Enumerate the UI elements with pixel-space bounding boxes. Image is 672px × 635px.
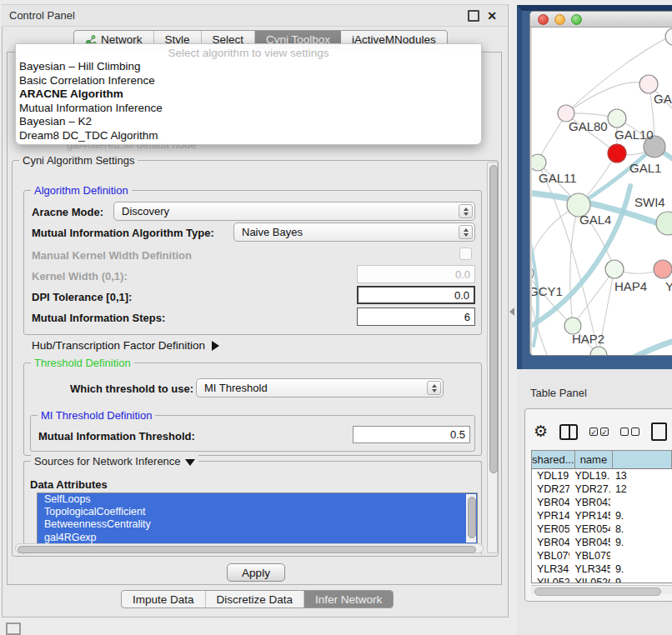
network-view-window[interactable]: GALGAL80GAL10GAL1GAL11SWI4GAL4HAP4YGCY1H… xyxy=(529,11,672,356)
kernel-width-value: 0.0 xyxy=(455,268,470,281)
deselect-all-checkboxes-icon[interactable] xyxy=(620,428,639,436)
table-cell: YLR345W xyxy=(532,562,569,576)
float-window-icon[interactable] xyxy=(468,10,479,22)
attribute-item-selected[interactable]: gal4RGexp xyxy=(38,532,477,544)
table-horizontal-scrollbar[interactable] xyxy=(531,585,672,594)
table-body: YDL19...YDL19...13YDR27...YDR27...12YBR0… xyxy=(532,469,672,583)
network-canvas[interactable]: GALGAL80GAL10GAL1GAL11SWI4GAL4HAP4YGCY1H… xyxy=(532,28,672,355)
tab-label: Infer Network xyxy=(315,593,382,606)
combo-stepper-icon xyxy=(427,381,441,395)
minimize-window-icon[interactable] xyxy=(554,14,565,25)
hub-definition-expander[interactable]: Hub/Transcription Factor Definition xyxy=(32,338,219,352)
network-node[interactable] xyxy=(665,28,672,45)
aracne-mode-value: Discovery xyxy=(122,205,169,218)
split-pane-collapse-icon[interactable] xyxy=(509,308,514,316)
table-header: shared...name xyxy=(532,451,672,469)
network-edge[interactable] xyxy=(570,205,579,326)
table-cell: YBR045C xyxy=(532,536,569,549)
dpi-tolerance-field[interactable]: 0.0 xyxy=(357,286,475,304)
attribute-item-selected[interactable]: BetweennessCentrality xyxy=(38,518,477,531)
tab-infer-network[interactable]: Infer Network xyxy=(304,591,393,608)
network-edge[interactable] xyxy=(634,340,672,355)
network-node[interactable] xyxy=(654,260,672,278)
tab-discretize-data[interactable]: Discretize Data xyxy=(206,591,305,608)
close-icon[interactable]: ✕ xyxy=(487,12,497,20)
which-threshold-combo[interactable]: MI Threshold xyxy=(196,378,444,398)
network-node[interactable] xyxy=(532,154,546,171)
algorithm-dropdown: Select algorithm to view settingsBayesia… xyxy=(15,43,482,145)
tab-impute-data[interactable]: Impute Data xyxy=(122,591,206,608)
export-table-icon[interactable] xyxy=(651,422,667,441)
mi-steps-value: 6 xyxy=(464,311,470,323)
column-header[interactable] xyxy=(613,451,672,468)
table-cell: YLR345W xyxy=(569,562,609,576)
algorithm-option[interactable]: Dream8 DC_TDC Algorithm xyxy=(16,129,481,143)
mi-algorithm-type-combo[interactable]: Naive Bayes xyxy=(233,222,475,242)
algorithm-definition-title: Algorithm Definition xyxy=(31,184,132,197)
zoom-window-icon[interactable] xyxy=(571,14,582,25)
table-cell: 12 xyxy=(610,482,672,496)
column-header[interactable]: name xyxy=(575,451,614,468)
network-node[interactable] xyxy=(608,109,626,128)
table-cell: YBR043C xyxy=(569,496,609,509)
network-node[interactable] xyxy=(656,212,672,235)
table-row[interactable]: YDL19...YDL19...13 xyxy=(532,469,672,482)
table-row[interactable]: YBR045CYBR045C9. xyxy=(532,536,672,549)
network-window-titlebar[interactable] xyxy=(530,12,672,28)
algorithm-option[interactable]: Mutual Information Inference xyxy=(16,102,481,116)
sources-group-title[interactable]: Sources for Network Inference xyxy=(31,455,198,468)
aracne-mode-label: Aracne Mode: xyxy=(32,206,103,218)
column-header[interactable]: shared... xyxy=(532,451,575,468)
attribute-item-selected[interactable]: TopologicalCoefficient xyxy=(38,506,477,518)
algorithm-option[interactable]: ARACNE Algorithm xyxy=(16,88,481,102)
table-cell: YBL079W xyxy=(532,549,569,562)
table-row[interactable]: YLR345WYLR345W9. xyxy=(532,562,672,576)
tab-label: Impute Data xyxy=(133,593,194,606)
mi-steps-field[interactable]: 6 xyxy=(357,308,475,326)
table-cell: YBR045C xyxy=(569,536,609,549)
dpi-tolerance-value: 0.0 xyxy=(454,289,469,302)
table-cell: YBL079W xyxy=(569,549,609,562)
attributes-list-scrollbar[interactable] xyxy=(466,494,476,542)
settings-group-title: Cyni Algorithm Settings xyxy=(19,154,138,167)
network-edge[interactable] xyxy=(566,82,649,113)
node-label: GCY1 xyxy=(532,284,563,298)
network-node[interactable] xyxy=(605,260,624,278)
split-columns-icon[interactable] xyxy=(559,424,578,440)
table-row[interactable]: YBR043CYBR043C xyxy=(532,496,672,509)
table-row[interactable]: YPR145WYPR145W9. xyxy=(532,509,672,522)
gear-icon[interactable]: ⚙ xyxy=(534,423,548,440)
collapsed-panel-icon[interactable] xyxy=(6,622,21,635)
control-panel-title: Control Panel xyxy=(2,9,75,22)
manual-kernel-width-label: Manual Kernel Width Definition xyxy=(32,249,192,262)
table-row[interactable]: YIL052CYIL052C9 xyxy=(532,576,672,583)
aracne-mode-combo[interactable]: Discovery xyxy=(113,202,475,221)
tab-label: Discretize Data xyxy=(217,593,293,606)
network-node[interactable] xyxy=(590,347,607,355)
close-window-icon[interactable] xyxy=(538,14,549,25)
combo-stepper-icon xyxy=(459,204,473,218)
mi-threshold-field[interactable]: 0.5 xyxy=(353,426,470,443)
algorithm-option[interactable]: Bayesian – K2 xyxy=(16,115,481,129)
table-row[interactable]: YDR27...YDR27...12 xyxy=(532,482,672,496)
settings-vertical-scrollbar[interactable] xyxy=(487,162,498,553)
network-node[interactable] xyxy=(639,75,658,93)
table-cell: YIL052C xyxy=(532,576,569,583)
algorithm-option[interactable]: Basic Correlation Inference xyxy=(16,74,481,88)
node-label: GAL10 xyxy=(614,128,654,142)
apply-button[interactable]: Apply xyxy=(227,563,285,582)
kernel-width-field[interactable]: 0.0 xyxy=(357,265,475,283)
algorithm-option[interactable]: Bayesian – Hill Climbing xyxy=(16,60,481,74)
data-attributes-list[interactable]: SelfLoopsTopologicalCoefficientBetweenne… xyxy=(37,492,478,544)
attribute-item-selected[interactable]: SelfLoops xyxy=(38,493,477,506)
manual-kernel-width-checkbox[interactable] xyxy=(459,248,472,260)
table-cell: YPR145W xyxy=(532,509,569,522)
select-all-checkboxes-icon[interactable]: ✓✓ xyxy=(589,428,609,436)
table-cell: YER054C xyxy=(532,522,569,536)
table-row[interactable]: YER054CYER054C8. xyxy=(532,522,672,536)
table-row[interactable]: YBL079WYBL079W xyxy=(532,549,672,562)
network-node[interactable] xyxy=(608,144,626,162)
settings-horizontal-scrollbar[interactable] xyxy=(15,543,484,553)
table-cell: 9. xyxy=(610,536,672,549)
network-edge[interactable] xyxy=(573,269,614,326)
